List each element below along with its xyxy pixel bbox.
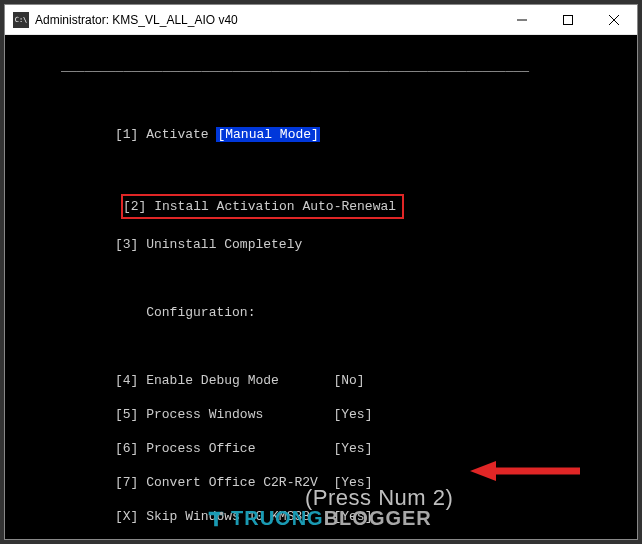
menu-item-install-auto-renewal[interactable]: [2] Install Activation Auto-Renewal [5,194,637,219]
menu-item-process-office[interactable]: [6] Process Office [Yes] [5,440,637,457]
window-controls [499,5,637,34]
cmd-icon: C:\ [13,12,29,28]
watermark-icon [205,508,227,530]
manual-mode-badge: [Manual Mode] [216,127,319,142]
titlebar[interactable]: C:\ Administrator: KMS_VL_ALL_AIO v40 [5,5,637,35]
svg-rect-1 [564,15,573,24]
highlighted-option: [2] Install Activation Auto-Renewal [121,194,404,219]
menu-item-debug-mode[interactable]: [4] Enable Debug Mode [No] [5,372,637,389]
close-button[interactable] [591,5,637,34]
svg-point-6 [220,511,224,515]
window-frame: C:\ Administrator: KMS_VL_ALL_AIO v40 __… [4,4,638,540]
section-configuration: Configuration: [5,304,637,321]
menu-item-activate[interactable]: [1] Activate [Manual Mode] [5,126,637,143]
divider-top: ________________________________________… [5,58,637,75]
watermark: TRUONGBLOGGER [205,507,432,530]
window-title: Administrator: KMS_VL_ALL_AIO v40 [35,13,499,27]
maximize-button[interactable] [545,5,591,34]
console-area[interactable]: ________________________________________… [5,35,637,539]
menu-item-uninstall[interactable]: [3] Uninstall Completely [5,236,637,253]
minimize-button[interactable] [499,5,545,34]
menu-item-process-windows[interactable]: [5] Process Windows [Yes] [5,406,637,423]
